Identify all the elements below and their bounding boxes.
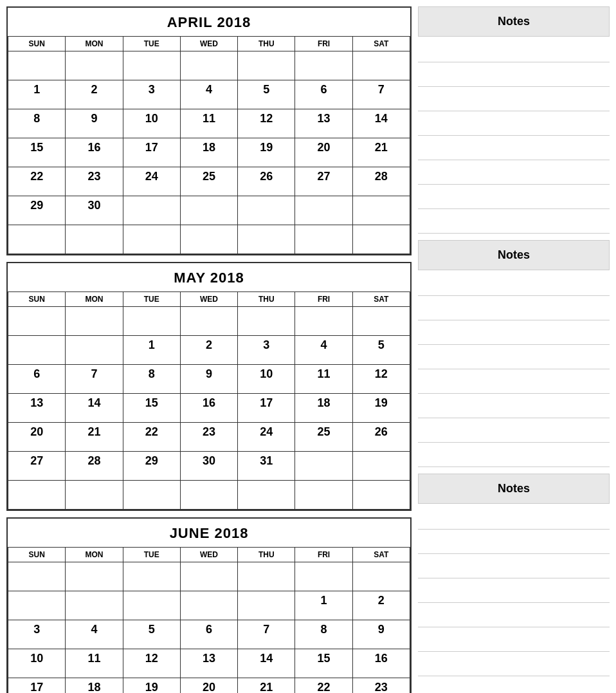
calendar-day-cell[interactable]: 15 xyxy=(123,394,180,423)
calendar-day-cell[interactable]: 5 xyxy=(352,336,410,365)
calendar-day-cell[interactable]: 28 xyxy=(66,452,123,481)
calendar-day-cell[interactable]: 13 xyxy=(180,649,237,678)
calendar-day-cell[interactable]: 9 xyxy=(180,365,237,394)
calendar-day-cell[interactable]: 5 xyxy=(123,620,180,649)
calendar-day-cell[interactable]: 6 xyxy=(8,365,66,394)
calendar-day-cell[interactable]: 21 xyxy=(66,423,123,452)
notes-line[interactable] xyxy=(418,603,610,627)
calendar-day-cell[interactable]: 14 xyxy=(238,649,295,678)
notes-line[interactable] xyxy=(418,209,610,234)
calendar-day-cell[interactable]: 8 xyxy=(123,365,180,394)
calendar-day-cell[interactable]: 9 xyxy=(66,109,123,138)
calendar-day-cell[interactable]: 2 xyxy=(180,336,237,365)
calendar-day-cell[interactable]: 23 xyxy=(66,167,123,196)
calendar-day-cell[interactable]: 11 xyxy=(66,649,123,678)
calendar-day-cell[interactable]: 22 xyxy=(8,167,66,196)
calendar-day-cell[interactable]: 19 xyxy=(123,678,180,694)
calendar-day-cell[interactable]: 7 xyxy=(66,365,123,394)
calendar-day-cell[interactable]: 11 xyxy=(295,365,352,394)
calendar-day-cell[interactable]: 29 xyxy=(123,452,180,481)
calendar-day-cell[interactable]: 21 xyxy=(352,138,410,167)
calendar-day-cell[interactable]: 19 xyxy=(238,138,295,167)
notes-line[interactable] xyxy=(418,418,610,443)
calendar-day-cell[interactable]: 10 xyxy=(123,109,180,138)
calendar-day-cell[interactable]: 16 xyxy=(66,138,123,167)
calendar-day-cell[interactable]: 22 xyxy=(295,678,352,694)
calendar-day-cell[interactable]: 10 xyxy=(8,649,66,678)
calendar-day-cell[interactable]: 17 xyxy=(238,394,295,423)
calendar-day-cell[interactable]: 7 xyxy=(238,620,295,649)
calendar-day-cell[interactable]: 26 xyxy=(352,423,410,452)
calendar-day-cell[interactable]: 11 xyxy=(180,109,237,138)
calendar-day-cell[interactable]: 6 xyxy=(295,80,352,109)
calendar-day-cell[interactable]: 2 xyxy=(66,80,123,109)
calendar-day-cell[interactable]: 12 xyxy=(123,649,180,678)
calendar-day-cell[interactable]: 6 xyxy=(180,620,237,649)
notes-line[interactable] xyxy=(418,443,610,467)
calendar-day-cell[interactable]: 21 xyxy=(238,678,295,694)
calendar-day-cell[interactable]: 25 xyxy=(295,423,352,452)
calendar-day-cell[interactable]: 4 xyxy=(66,620,123,649)
calendar-day-cell[interactable]: 8 xyxy=(295,620,352,649)
calendar-day-cell[interactable]: 26 xyxy=(238,167,295,196)
calendar-day-cell[interactable]: 23 xyxy=(352,678,410,694)
calendar-day-cell[interactable]: 3 xyxy=(8,620,66,649)
calendar-day-cell[interactable]: 24 xyxy=(238,423,295,452)
calendar-day-cell[interactable]: 10 xyxy=(238,365,295,394)
calendar-day-cell[interactable]: 1 xyxy=(123,336,180,365)
notes-line[interactable] xyxy=(418,62,610,87)
notes-line[interactable] xyxy=(418,505,610,530)
calendar-day-cell[interactable]: 15 xyxy=(295,649,352,678)
notes-line[interactable] xyxy=(418,296,610,320)
calendar-day-cell[interactable]: 22 xyxy=(123,423,180,452)
calendar-day-cell[interactable]: 28 xyxy=(352,167,410,196)
calendar-day-cell[interactable]: 18 xyxy=(180,138,237,167)
calendar-day-cell[interactable]: 17 xyxy=(123,138,180,167)
calendar-day-cell[interactable]: 14 xyxy=(66,394,123,423)
notes-line[interactable] xyxy=(418,530,610,554)
calendar-day-cell[interactable]: 2 xyxy=(352,591,410,620)
notes-line[interactable] xyxy=(418,627,610,652)
calendar-day-cell[interactable]: 25 xyxy=(180,167,237,196)
notes-line[interactable] xyxy=(418,136,610,160)
notes-line[interactable] xyxy=(418,652,610,676)
calendar-day-cell[interactable]: 7 xyxy=(352,80,410,109)
notes-line[interactable] xyxy=(418,87,610,111)
calendar-day-cell[interactable]: 16 xyxy=(180,394,237,423)
calendar-day-cell[interactable]: 23 xyxy=(180,423,237,452)
notes-line[interactable] xyxy=(418,394,610,418)
notes-line[interactable] xyxy=(418,38,610,62)
calendar-day-cell[interactable]: 5 xyxy=(238,80,295,109)
calendar-day-cell[interactable]: 3 xyxy=(238,336,295,365)
notes-line[interactable] xyxy=(418,369,610,394)
calendar-day-cell[interactable]: 3 xyxy=(123,80,180,109)
calendar-day-cell[interactable]: 17 xyxy=(8,678,66,694)
calendar-day-cell[interactable]: 15 xyxy=(8,138,66,167)
notes-line[interactable] xyxy=(418,111,610,136)
calendar-day-cell[interactable]: 1 xyxy=(8,80,66,109)
calendar-day-cell[interactable]: 19 xyxy=(352,394,410,423)
calendar-day-cell[interactable]: 20 xyxy=(8,423,66,452)
calendar-day-cell[interactable]: 13 xyxy=(8,394,66,423)
notes-line[interactable] xyxy=(418,185,610,209)
notes-line[interactable] xyxy=(418,578,610,603)
calendar-day-cell[interactable]: 30 xyxy=(66,196,123,225)
calendar-day-cell[interactable]: 18 xyxy=(295,394,352,423)
calendar-day-cell[interactable]: 20 xyxy=(295,138,352,167)
calendar-day-cell[interactable]: 14 xyxy=(352,109,410,138)
calendar-day-cell[interactable]: 27 xyxy=(8,452,66,481)
calendar-day-cell[interactable]: 8 xyxy=(8,109,66,138)
calendar-day-cell[interactable]: 9 xyxy=(352,620,410,649)
calendar-day-cell[interactable]: 20 xyxy=(180,678,237,694)
calendar-day-cell[interactable]: 16 xyxy=(352,649,410,678)
calendar-day-cell[interactable]: 12 xyxy=(352,365,410,394)
notes-line[interactable] xyxy=(418,160,610,185)
notes-line[interactable] xyxy=(418,272,610,296)
calendar-day-cell[interactable]: 18 xyxy=(66,678,123,694)
calendar-day-cell[interactable]: 12 xyxy=(238,109,295,138)
notes-line[interactable] xyxy=(418,676,610,693)
calendar-day-cell[interactable]: 30 xyxy=(180,452,237,481)
calendar-day-cell[interactable]: 31 xyxy=(238,452,295,481)
notes-line[interactable] xyxy=(418,345,610,369)
calendar-day-cell[interactable]: 1 xyxy=(295,591,352,620)
